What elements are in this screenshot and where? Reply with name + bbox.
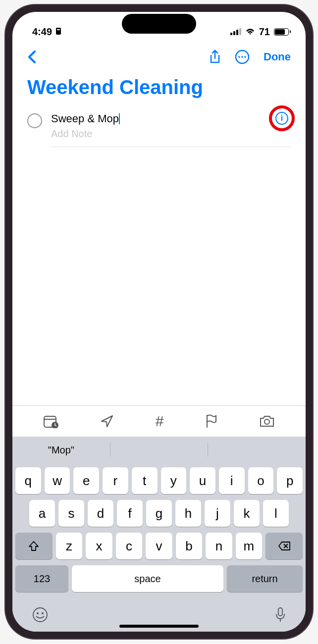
flag-icon (205, 414, 218, 428)
key-k[interactable]: k (234, 500, 260, 527)
key-c[interactable]: c (116, 533, 142, 559)
svg-rect-5 (239, 28, 241, 35)
key-i[interactable]: i (219, 467, 245, 494)
signal-icon (230, 28, 241, 35)
annotation-circle (269, 105, 295, 131)
status-time: 4:49 (32, 26, 52, 38)
more-button[interactable] (235, 50, 250, 64)
content-area[interactable] (12, 151, 306, 405)
key-e[interactable]: e (73, 467, 99, 494)
key-t[interactable]: t (132, 467, 158, 494)
key-l[interactable]: l (263, 500, 289, 527)
key-p[interactable]: p (277, 467, 303, 494)
battery-icon (274, 28, 291, 36)
svg-point-16 (42, 612, 44, 614)
flag-button[interactable] (205, 414, 218, 428)
key-r[interactable]: r (103, 467, 128, 494)
key-v[interactable]: v (146, 533, 172, 559)
mic-button[interactable] (275, 607, 286, 623)
camera-button[interactable] (259, 415, 275, 428)
svg-rect-3 (233, 31, 235, 35)
key-q[interactable]: q (15, 467, 41, 494)
battery-percent: 71 (259, 26, 270, 38)
svg-point-13 (265, 419, 269, 424)
screen: 4:49 71 (12, 12, 306, 632)
numbers-key[interactable]: 123 (15, 565, 68, 592)
svg-point-8 (241, 56, 243, 58)
reminder-text-input[interactable]: Sweep & Mop (51, 112, 119, 125)
key-b[interactable]: b (176, 533, 202, 559)
key-d[interactable]: d (88, 500, 113, 527)
focus-icon (55, 28, 62, 36)
emoji-icon (32, 607, 48, 623)
key-u[interactable]: u (190, 467, 215, 494)
svg-rect-2 (230, 33, 232, 35)
key-x[interactable]: x (86, 533, 112, 559)
add-note-placeholder[interactable]: Add Note (51, 128, 291, 140)
key-w[interactable]: w (45, 467, 70, 494)
svg-point-9 (244, 56, 246, 58)
svg-rect-0 (56, 28, 61, 35)
svg-rect-17 (278, 608, 282, 616)
share-button[interactable] (209, 50, 221, 64)
backspace-key[interactable] (265, 533, 303, 559)
reminder-checkbox[interactable] (27, 113, 42, 128)
suggestion-1[interactable]: "Mop" (12, 445, 110, 456)
back-button[interactable] (27, 50, 36, 64)
svg-point-7 (238, 56, 240, 58)
shift-icon (28, 541, 39, 551)
calendar-icon (43, 414, 59, 428)
key-a[interactable]: a (29, 500, 55, 527)
phone-frame: 4:49 71 (5, 5, 313, 639)
mic-icon (275, 607, 286, 623)
shift-key[interactable] (15, 533, 53, 559)
svg-rect-1 (57, 29, 60, 30)
camera-icon (259, 415, 275, 428)
key-h[interactable]: h (175, 500, 201, 527)
emoji-button[interactable] (32, 607, 48, 623)
backspace-icon (278, 541, 291, 551)
key-s[interactable]: s (58, 500, 84, 527)
home-indicator[interactable] (119, 625, 199, 628)
key-g[interactable]: g (146, 500, 172, 527)
keyboard: qwertyuiop asdfghjkl zxcvbnm 123 space r… (12, 463, 306, 632)
key-j[interactable]: j (205, 500, 230, 527)
ellipsis-icon (235, 50, 250, 64)
svg-point-14 (33, 608, 47, 622)
share-icon (209, 50, 221, 64)
nav-bar: Done (12, 42, 306, 72)
location-icon (100, 414, 114, 428)
hash-icon: # (156, 413, 164, 429)
tag-button[interactable]: # (156, 413, 164, 430)
key-o[interactable]: o (248, 467, 274, 494)
svg-rect-4 (236, 30, 238, 35)
key-n[interactable]: n (206, 533, 232, 559)
location-button[interactable] (100, 414, 114, 428)
svg-point-15 (37, 612, 39, 614)
key-m[interactable]: m (236, 533, 262, 559)
reminder-row[interactable]: Sweep & Mop Add Note i (12, 108, 306, 151)
suggestion-bar: "Mop" (12, 437, 306, 463)
key-z[interactable]: z (56, 533, 82, 559)
text-cursor (119, 113, 120, 124)
notch (122, 14, 196, 34)
list-title[interactable]: Weekend Cleaning (12, 72, 306, 108)
wifi-icon (245, 28, 255, 36)
space-key[interactable]: space (72, 565, 223, 592)
key-y[interactable]: y (161, 467, 187, 494)
chevron-left-icon (27, 50, 36, 64)
info-button-highlight: i (269, 105, 295, 131)
reminder-toolbar: # (12, 405, 306, 437)
calendar-button[interactable] (43, 414, 59, 428)
key-f[interactable]: f (117, 500, 143, 527)
return-key[interactable]: return (227, 565, 303, 592)
done-button[interactable]: Done (264, 50, 291, 63)
